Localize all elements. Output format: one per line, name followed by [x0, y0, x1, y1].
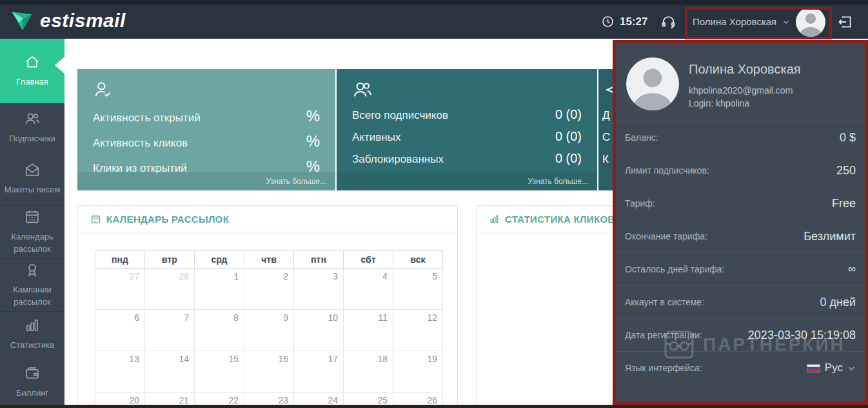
russia-flag-icon [807, 364, 820, 372]
calendar-day[interactable]: 1 [195, 269, 244, 310]
statistics-icon [24, 317, 41, 334]
calendar-day[interactable]: 14 [145, 351, 195, 393]
calendar-day[interactable]: 11 [344, 310, 393, 351]
stat-row: Всего подписчиков 0 (0) [352, 107, 582, 122]
stat-label: Активных [352, 131, 400, 144]
calendar-day[interactable]: 19 [393, 351, 443, 393]
subscribers-icon [24, 110, 41, 127]
language-selector[interactable]: Рус [807, 362, 856, 374]
calendar-day[interactable]: 13 [95, 351, 145, 393]
sidebar-item-statistics[interactable]: Статистика [0, 311, 64, 356]
row-label: Лимит подписчиков: [625, 165, 709, 176]
calendar-day[interactable]: 27 [95, 269, 145, 310]
profile-row-tariff: Тариф: Free [616, 187, 865, 219]
users-icon [352, 79, 582, 100]
mail-templates-icon [24, 161, 41, 178]
stat-label: Заблокированных [352, 153, 444, 166]
brand-triangle-icon [10, 9, 34, 32]
profile-summary: Полина Хоровская khpolina2020@gmail.com … [616, 43, 865, 121]
row-label: Дата регистрации: [625, 330, 702, 340]
weekday-header: пнд [95, 251, 145, 269]
support-button[interactable] [660, 5, 676, 39]
profile-dropdown-panel: Полина Хоровская khpolina2020@gmail.com … [613, 40, 868, 405]
profile-row-tariff-end: Окончание тарифа: Безлимит [616, 219, 865, 252]
user-name: Полина Хоровская [693, 16, 776, 27]
row-label: Окончание тарифа: [625, 231, 707, 241]
calendar-day[interactable]: 7 [145, 310, 195, 351]
sidebar: Главная Подписчики Макеты писем Кал [0, 39, 64, 408]
bottom-edge [0, 405, 868, 408]
calendar-day[interactable]: 15 [195, 351, 244, 393]
profile-name: Полина Хоровская [689, 62, 801, 77]
calendar-day[interactable]: 10 [294, 310, 344, 351]
sidebar-item-subscribers[interactable]: Подписчики [0, 103, 64, 152]
sidebar-item-home[interactable]: Главная [0, 39, 64, 103]
calendar-day[interactable]: 4 [344, 269, 393, 310]
weekday-header: чтв [244, 251, 294, 269]
stat-value: 0 (0) [555, 107, 582, 122]
weekday-header: втр [145, 251, 195, 269]
sidebar-item-label: Макеты писем [5, 184, 61, 196]
sidebar-item-label: Календарь рассылок [3, 231, 61, 256]
sidebar-item-label: Подписчики [9, 133, 55, 145]
current-time: 15:27 [620, 15, 647, 28]
row-label: Тариф: [625, 198, 655, 209]
learn-more-link[interactable]: Узнать больше... [77, 172, 335, 190]
row-value: 250 [836, 164, 856, 178]
user-menu[interactable]: Полина Хоровская [693, 5, 825, 39]
stat-row: Активных 0 (0) [352, 129, 582, 144]
row-value: Безлимит [804, 230, 856, 243]
learn-more-link[interactable]: Узнать больше... [337, 172, 597, 190]
calendar-day[interactable]: 9 [244, 310, 294, 351]
home-icon [24, 54, 41, 70]
calendar-day[interactable]: 6 [95, 310, 145, 351]
subscribers-card: Всего подписчиков 0 (0) Активных 0 (0) З… [337, 69, 597, 190]
row-label: Осталось дней тарифа: [625, 264, 724, 274]
profile-row-language: Язык интерфейса: Рус [616, 351, 865, 384]
calendar-day[interactable]: 17 [294, 351, 344, 393]
sidebar-item-billing[interactable]: Биллинг [0, 356, 64, 407]
calendar-day[interactable]: 18 [344, 351, 393, 393]
headphones-icon [660, 14, 676, 30]
calendar-icon [90, 214, 101, 225]
profile-row-registration-date: Дата регистрации: 2023-03-30 15:19:08 [616, 318, 865, 351]
profile-row-account-age: Аккаунт в системе: 0 дней [616, 285, 865, 318]
bar-chart-icon [489, 214, 500, 225]
stat-row: Заблокированных 0 (0) [352, 151, 582, 166]
calendar-day[interactable]: 5 [393, 269, 443, 310]
sidebar-item-campaigns[interactable]: Кампании рассылок [0, 258, 64, 311]
calendar-day[interactable]: 28 [145, 269, 195, 310]
sidebar-item-label: Биллинг [16, 387, 48, 400]
brand-logo[interactable]: estismail [10, 9, 126, 32]
calendar-card: КАЛЕНДАРЬ РАССЫЛОК пнд втр срд чтв птн с… [77, 205, 458, 408]
campaigns-icon [24, 261, 41, 278]
profile-row-balance: Баланс: 0 $ [616, 121, 865, 154]
calendar-card-header: КАЛЕНДАРЬ РАССЫЛОК [78, 206, 457, 232]
calendar-day[interactable]: 12 [393, 310, 443, 351]
row-label: Баланс: [625, 132, 658, 143]
row-value: ∞ [848, 263, 856, 276]
billing-icon [24, 365, 41, 382]
chevron-down-icon [782, 18, 790, 26]
calendar-day[interactable]: 3 [294, 269, 344, 310]
avatar[interactable] [796, 7, 825, 37]
calendar-day[interactable]: 2 [244, 269, 294, 310]
clock-icon [601, 15, 615, 28]
sidebar-item-label: Статистика [10, 340, 54, 352]
calendar-day[interactable]: 16 [244, 351, 294, 393]
logout-button[interactable] [836, 5, 853, 39]
stat-value: 0 (0) [555, 129, 582, 144]
calendar-day[interactable]: 8 [195, 310, 244, 351]
stat-row: Активность кликов % [93, 132, 320, 150]
stat-label: Активность кликов [93, 137, 188, 150]
calendar-table: пнд втр срд чтв птн сбт вск 27 28 1 2 3 … [95, 250, 443, 408]
profile-row-days-left: Осталось дней тарифа: ∞ [616, 252, 865, 285]
sidebar-item-calendar[interactable]: Календарь рассылок [0, 205, 64, 258]
profile-login: Login: khpolina [689, 98, 801, 108]
clock-widget: 15:27 [601, 5, 647, 39]
profile-email: khpolina2020@gmail.com [689, 85, 801, 96]
chevron-down-icon [847, 364, 856, 372]
row-label: Аккаунт в системе: [625, 297, 704, 307]
row-value: 0 $ [840, 131, 856, 145]
sidebar-item-mail-templates[interactable]: Макеты писем [0, 152, 64, 205]
